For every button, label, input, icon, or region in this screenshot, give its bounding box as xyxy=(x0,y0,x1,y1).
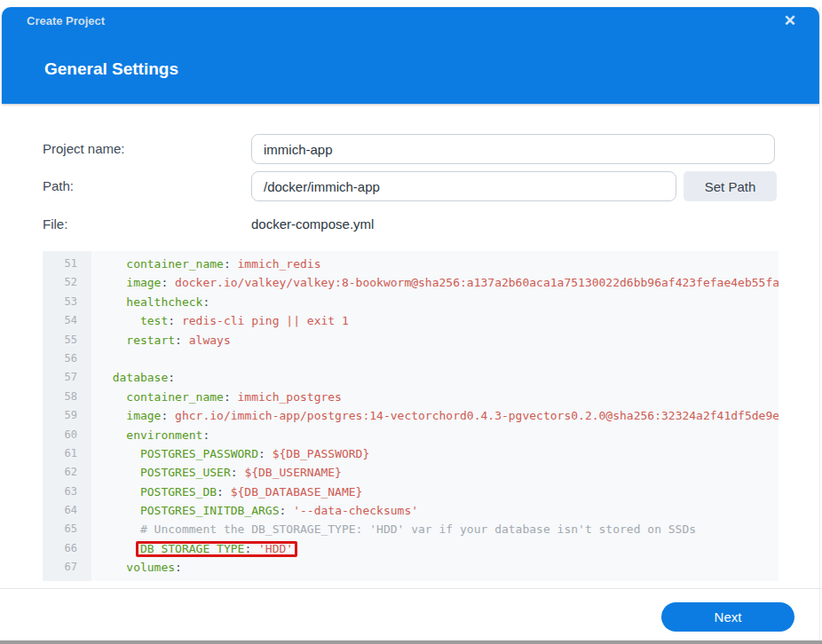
dialog-titlebar: Create Project ✕ General Settings xyxy=(2,7,819,104)
code-line-content xyxy=(91,349,779,368)
code-line: 67 volumes: xyxy=(43,558,779,577)
code-line: 59 image: ghcr.io/immich-app/postgres:14… xyxy=(43,406,779,425)
line-number: 59 xyxy=(43,406,91,425)
code-line: 54 test: redis-cli ping || exit 1 xyxy=(43,311,779,330)
code-line: 62 POSTGRES_USER: ${DB_USERNAME} xyxy=(43,463,779,482)
line-number: 65 xyxy=(43,520,91,538)
line-number: 53 xyxy=(43,293,91,311)
code-line: 64 POSTGRES_INITDB_ARGS: '--data-checksu… xyxy=(43,501,779,520)
code-editor[interactable]: 51 container_name: immich_redis52 image:… xyxy=(43,251,779,581)
section-title: General Settings xyxy=(44,59,178,79)
line-number: 57 xyxy=(43,368,91,387)
code-line: 51 container_name: immich_redis xyxy=(43,255,779,273)
line-number: 52 xyxy=(43,273,91,292)
code-line-content: image: docker.io/valkey/valkey:8-bookwor… xyxy=(91,273,779,292)
path-label: Path: xyxy=(43,178,74,193)
code-line-content: container_name: immich_redis xyxy=(91,255,779,273)
annotation-highlight-box: DB_STORAGE_TYPE: 'HDD' xyxy=(140,542,293,555)
dialog-right-border xyxy=(819,7,820,640)
line-number: 62 xyxy=(43,463,91,482)
set-path-button[interactable]: Set Path xyxy=(684,171,777,201)
code-line-content: image: ghcr.io/immich-app/postgres:14-ve… xyxy=(91,406,779,425)
code-line-content: # Uncomment the DB_STORAGE_TYPE: 'HDD' v… xyxy=(91,520,779,538)
file-label: File: xyxy=(43,216,67,232)
code-line-content: POSTGRES_INITDB_ARGS: '--data-checksums' xyxy=(91,501,779,520)
code-line-content: container_name: immich_postgres xyxy=(91,388,779,406)
code-line: 66 DB_STORAGE_TYPE: 'HDD' xyxy=(43,539,779,558)
line-number: 55 xyxy=(43,331,91,349)
line-number: 51 xyxy=(43,255,91,273)
code-line-content: DB_STORAGE_TYPE: 'HDD' xyxy=(91,539,779,558)
code-line: 57 database: xyxy=(43,368,779,387)
bottom-window-edge xyxy=(0,640,822,644)
line-number: 66 xyxy=(43,539,91,558)
code-line: 52 image: docker.io/valkey/valkey:8-book… xyxy=(43,273,779,292)
line-number: 64 xyxy=(43,501,91,520)
project-name-label: Project name: xyxy=(43,141,125,156)
code-line-content: restart: always xyxy=(91,331,779,349)
line-number: 58 xyxy=(43,388,91,406)
footer-divider xyxy=(0,588,822,589)
code-line: 60 environment: xyxy=(43,426,779,444)
code-line-content: volumes: xyxy=(91,558,779,577)
project-name-input[interactable] xyxy=(251,134,775,164)
code-line: 61 POSTGRES_PASSWORD: ${DB_PASSWORD} xyxy=(43,444,779,463)
code-line: 58 container_name: immich_postgres xyxy=(43,388,779,406)
code-line: 55 restart: always xyxy=(43,331,779,349)
code-line-content: test: redis-cli ping || exit 1 xyxy=(91,311,779,330)
code-line-content: healthcheck: xyxy=(91,293,779,311)
next-button[interactable]: Next xyxy=(661,602,794,632)
code-line-content: environment: xyxy=(91,426,779,444)
line-number: 56 xyxy=(43,349,91,368)
line-number: 61 xyxy=(43,444,91,463)
code-line-content: POSTGRES_USER: ${DB_USERNAME} xyxy=(91,463,779,482)
code-line-content: database: xyxy=(91,368,779,387)
line-number: 67 xyxy=(43,558,91,577)
line-number: 54 xyxy=(43,311,91,330)
code-line-content: POSTGRES_DB: ${DB_DATABASE_NAME} xyxy=(91,483,779,501)
code-line: 65 # Uncomment the DB_STORAGE_TYPE: 'HDD… xyxy=(43,520,779,538)
line-number: 60 xyxy=(43,426,91,444)
path-input[interactable] xyxy=(251,171,676,201)
create-project-dialog: Create Project ✕ General Settings Projec… xyxy=(0,0,822,644)
dialog-title: Create Project xyxy=(27,14,105,27)
line-number: 63 xyxy=(43,483,91,501)
file-value: docker-compose.yml xyxy=(251,216,374,232)
code-line: 56 xyxy=(43,349,779,368)
code-line: 53 healthcheck: xyxy=(43,293,779,311)
close-icon[interactable]: ✕ xyxy=(784,12,796,30)
code-line: 63 POSTGRES_DB: ${DB_DATABASE_NAME} xyxy=(43,483,779,501)
code-line-content: POSTGRES_PASSWORD: ${DB_PASSWORD} xyxy=(91,444,779,463)
